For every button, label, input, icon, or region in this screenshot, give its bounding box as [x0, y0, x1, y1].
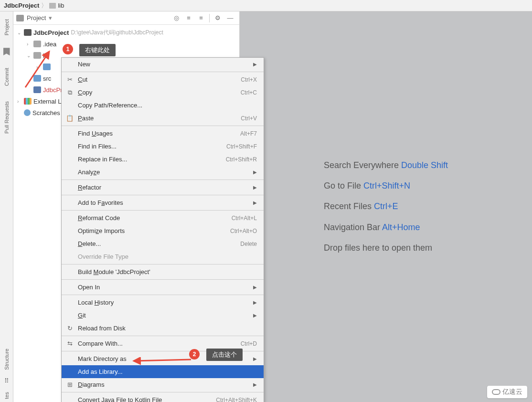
menu-separator	[62, 195, 264, 195]
menu-new[interactable]: New▶	[62, 58, 264, 71]
expand-icon[interactable]: ≡	[184, 14, 193, 22]
menu-separator	[62, 180, 264, 180]
rail-pull[interactable]: Pull Requests	[3, 98, 11, 137]
jar-icon	[43, 63, 51, 70]
cloud-icon	[492, 389, 500, 395]
menu-refactor[interactable]: Refactor▶	[62, 181, 264, 194]
diagram-icon: ⊞	[65, 381, 74, 389]
menu-reformat[interactable]: Reformat CodeCtrl+Alt+L	[62, 212, 264, 224]
rail-commit[interactable]: Commit	[3, 65, 11, 89]
tree-label: .idea	[43, 41, 56, 48]
source-folder-icon	[33, 75, 41, 82]
panel-header: Project ▾ ◎ ≡ ≡ ⚙ —	[13, 11, 239, 25]
breadcrumb-root[interactable]: JdbcProject	[4, 2, 39, 9]
menu-find-in-files[interactable]: Find in Files...Ctrl+Shift+F	[62, 140, 264, 153]
hint-navbar: Navigation Bar	[324, 222, 380, 232]
menu-delete[interactable]: Delete...Delete	[62, 237, 264, 250]
tree-label: lib	[43, 52, 49, 59]
rail-structure[interactable]: Structure	[4, 349, 10, 370]
scratches-icon	[24, 109, 31, 116]
cut-icon: ✂	[65, 76, 74, 84]
compare-icon: ⇆	[65, 340, 74, 348]
project-view-icon	[16, 15, 24, 21]
help-hints: Search Everywhere Double Shift Go to Fil…	[324, 155, 448, 258]
hint-search: Search Everywhere	[324, 160, 399, 170]
rail-fav[interactable]: tes	[4, 392, 10, 399]
gear-icon[interactable]: ⚙	[213, 14, 222, 22]
menu-optimize[interactable]: Optimize ImportsCtrl+Alt+O	[62, 224, 264, 237]
menu-separator	[62, 126, 264, 126]
rail-project[interactable]: Project	[3, 16, 11, 38]
iml-icon	[33, 86, 41, 93]
watermark: 亿速云	[487, 386, 527, 398]
chevron-down-icon[interactable]: ⌄	[17, 30, 22, 35]
chevron-down-icon[interactable]: ▾	[49, 14, 52, 21]
menu-git[interactable]: Git▶	[62, 309, 264, 322]
panel-title[interactable]: Project	[27, 14, 46, 21]
left-tool-rail: Project Commit Pull Requests	[0, 11, 13, 402]
menu-paste[interactable]: 📋PasteCtrl+V	[62, 112, 264, 125]
tree-root-path: D:\gtee\Java代码\github\JdbcProject	[71, 29, 163, 37]
tree-root[interactable]: ⌄ JdbcProject D:\gtee\Java代码\github\Jdbc…	[13, 27, 239, 38]
breadcrumb[interactable]: JdbcProject 〉 lib	[0, 0, 532, 11]
chevron-right-icon[interactable]: ›	[36, 64, 41, 70]
menu-find-usages[interactable]: Find UsagesAlt+F7	[62, 127, 264, 140]
watermark-text: 亿速云	[502, 388, 522, 396]
annotation-callout-1: 右键此处	[79, 44, 116, 56]
hide-icon[interactable]: —	[226, 14, 234, 22]
tree-label: src	[43, 75, 51, 82]
locate-icon[interactable]: ◎	[172, 14, 181, 22]
toolbar-divider	[209, 14, 210, 22]
menu-add-library[interactable]: Add as Library...	[62, 365, 264, 378]
collapse-icon[interactable]: ≡	[197, 14, 205, 22]
menu-analyze[interactable]: Analyze▶	[62, 166, 264, 179]
annotation-callout-2: 点击这个	[206, 349, 243, 361]
menu-separator	[62, 295, 264, 295]
menu-local-history[interactable]: Local History▶	[62, 296, 264, 309]
copy-icon: ⧉	[65, 89, 74, 96]
menu-favorites[interactable]: Add to Favorites▶	[62, 196, 264, 209]
breadcrumb-sep-icon: 〉	[41, 1, 47, 10]
left-rail-bottom: Structure ⠿ tes	[0, 349, 13, 399]
menu-diagrams[interactable]: ⊞Diagrams▶	[62, 378, 264, 391]
hint-navbar-kbd: Alt+Home	[382, 222, 420, 232]
menu-convert[interactable]: Convert Java File to Kotlin FileCtrl+Alt…	[62, 393, 264, 402]
menu-separator	[62, 210, 264, 211]
chevron-down-icon[interactable]: ⌄	[27, 53, 32, 58]
hint-goto-kbd: Ctrl+Shift+N	[363, 181, 410, 190]
chevron-right-icon[interactable]: ›	[27, 42, 32, 47]
menu-separator	[62, 264, 264, 264]
hint-search-kbd: Double Shift	[401, 160, 448, 170]
tree-item-idea[interactable]: › .idea	[13, 38, 239, 50]
folder-icon	[49, 3, 56, 9]
annotation-badge-1: 1	[63, 44, 73, 54]
menu-separator	[62, 279, 264, 280]
module-icon	[24, 29, 32, 36]
menu-separator	[62, 336, 264, 336]
folder-icon	[33, 52, 41, 59]
hint-goto: Go to File	[324, 181, 361, 190]
reload-icon: ↻	[65, 325, 74, 332]
menu-compare[interactable]: ⇆Compare With...Ctrl+D	[62, 337, 264, 350]
menu-build[interactable]: Build Module 'JdbcProject'	[62, 265, 264, 278]
annotation-badge-2: 2	[189, 349, 200, 360]
folder-icon	[33, 41, 41, 47]
editor-area[interactable]: Search Everywhere Double Shift Go to Fil…	[240, 11, 532, 402]
menu-reload[interactable]: ↻Reload from Disk	[62, 322, 264, 335]
libraries-icon	[24, 98, 32, 105]
menu-separator	[62, 72, 264, 72]
menu-copy[interactable]: ⧉CopyCtrl+C	[62, 86, 264, 99]
menu-cut[interactable]: ✂CutCtrl+X	[62, 73, 264, 86]
tree-root-label: JdbcProject	[33, 29, 69, 36]
bookmark-icon[interactable]	[3, 48, 10, 55]
menu-open-in[interactable]: Open In▶	[62, 281, 264, 294]
hint-recent: Recent Files	[324, 201, 372, 211]
menu-override: Override File Type	[62, 250, 264, 263]
paste-icon: 📋	[65, 115, 74, 122]
menu-copy-path[interactable]: Copy Path/Reference...	[62, 99, 264, 112]
chevron-right-icon[interactable]: ›	[17, 99, 22, 104]
hint-recent-kbd: Ctrl+E	[374, 201, 398, 211]
breadcrumb-folder[interactable]: lib	[58, 2, 64, 9]
menu-separator	[62, 392, 264, 392]
menu-replace-in-files[interactable]: Replace in Files...Ctrl+Shift+R	[62, 153, 264, 166]
